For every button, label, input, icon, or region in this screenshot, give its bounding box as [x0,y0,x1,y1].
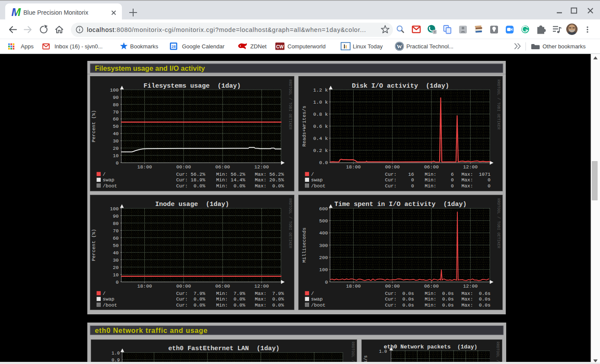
svg-text:30: 30 [113,258,119,263]
svg-text:12:00: 12:00 [463,165,478,170]
svg-text:Cur: 0: Cur: 0 [385,184,414,189]
svg-text:Max: 0.0s: Max: 0.0s [462,303,491,308]
svg-text:/boot: /boot [311,184,326,189]
svg-text:Apps: Apps [21,43,34,50]
svg-text:30: 30 [113,139,119,144]
svg-text:swap: swap [103,297,115,302]
svg-text:90: 90 [113,95,119,100]
svg-text:1.2 k: 1.2 k [313,88,328,93]
svg-text:Practical Technol...: Practical Technol... [406,43,453,50]
svg-text:/: / [311,172,314,177]
svg-text:swap: swap [103,177,115,183]
svg-text:Max: 20.5%: Max: 20.5% [255,177,284,183]
svg-text:eth0 FastEthernet LAN (1day): eth0 FastEthernet LAN (1day) [168,345,280,352]
svg-text:0.2 k: 0.2 k [313,148,328,153]
svg-text:Max: 0.6s: Max: 0.6s [462,291,491,296]
svg-text:ZDNet: ZDNet [250,43,267,50]
svg-text:50: 50 [113,243,119,248]
svg-text:/: / [103,172,106,177]
svg-text:?: ? [434,30,436,34]
svg-text:06:00: 06:00 [424,165,439,170]
svg-text:70: 70 [113,110,119,115]
svg-text:/: / [103,291,106,296]
svg-text:Cur: 0.0s: Cur: 0.0s [385,297,414,302]
svg-text:90: 90 [113,214,119,219]
svg-text:t: t [345,44,347,50]
svg-text:Max: 56.2%: Max: 56.2% [255,172,284,177]
svg-text:eth0 Network traffic and usage: eth0 Network traffic and usage [95,326,208,334]
svg-text:RRDTOOL / TOBI OETIKER: RRDTOOL / TOBI OETIKER [496,79,501,130]
svg-text:50: 50 [113,124,119,129]
svg-text:12:00: 12:00 [463,284,478,289]
svg-text:Min: 0.0s: Min: 0.0s [425,291,454,296]
svg-text:Inode usage (1day): Inode usage (1day) [155,201,229,208]
svg-text:06:00: 06:00 [215,284,230,289]
svg-text:Bookmarks: Bookmarks [130,43,159,50]
svg-text:40: 40 [113,250,119,256]
svg-text:60: 60 [113,236,119,241]
svg-text:12:00: 12:00 [254,284,269,289]
svg-text:Min: 6: Min: 6 [425,172,454,177]
svg-text:400: 400 [319,231,328,236]
svg-text:Min: 0.0s: Min: 0.0s [425,303,454,308]
svg-text:00:00: 00:00 [176,165,191,170]
svg-text:Percent (%): Percent (%) [91,229,96,261]
svg-text:Cur: 0.0%: Cur: 0.0% [176,184,205,189]
svg-text:/boot: /boot [311,303,326,308]
svg-text:Min: 0: Min: 0 [425,184,454,189]
svg-text:Max: 1071: Max: 1071 [462,172,491,177]
svg-text:eth0 Network packets (1day): eth0 Network packets (1day) [384,344,478,350]
svg-text:/: / [311,291,314,296]
svg-text:RRDTOOL / TOBI OETIKER: RRDTOOL / TOBI OETIKER [496,198,501,249]
svg-text:Min: 0.0s: Min: 0.0s [425,297,454,302]
svg-text:Max: 0: Max: 0 [462,184,491,189]
svg-text:1.0 k: 1.0 k [313,100,328,105]
svg-text:RRDTOOL / TOBI OETIKER: RRDTOOL / TOBI OETIKER [288,198,292,249]
svg-text:Min: 0: Min: 0 [425,177,454,183]
svg-text:RRDTOOL / TOBI OETIKER: RRDTOOL / TOBI OETIKER [495,342,500,364]
svg-text:Min: 7.9%: Min: 7.9% [216,291,245,296]
svg-text:Disk I/O activity (1day): Disk I/O activity (1day) [352,82,449,90]
svg-text:Reads+Writes/s: Reads+Writes/s [302,106,307,147]
svg-text:12:00: 12:00 [254,165,269,170]
svg-text:RRDTOOL / TOBI OETIKER: RRDTOOL / TOBI OETIKER [351,342,355,364]
svg-text:/boot: /boot [103,303,118,308]
svg-text:28: 28 [172,44,176,49]
svg-text:00:00: 00:00 [176,284,191,289]
svg-text:Cur: 7.9%: Cur: 7.9% [176,291,205,296]
svg-text:40: 40 [113,131,119,136]
svg-text:70: 70 [113,228,119,234]
svg-text:W: W [397,44,402,50]
svg-text:0.4 k: 0.4 k [313,136,328,141]
svg-text:300: 300 [319,243,328,248]
svg-text:20: 20 [113,146,119,151]
svg-text:Max: 0.0s: Max: 0.0s [462,297,491,302]
svg-text:0.8 k: 0.8 k [313,112,328,117]
svg-text:Max: 7.9%: Max: 7.9% [255,291,284,296]
svg-text:Max: 0.0%: Max: 0.0% [255,184,284,189]
svg-text:100: 100 [110,88,119,93]
svg-text:swap: swap [311,177,323,183]
svg-text:500: 500 [319,218,328,224]
svg-text:18:00: 18:00 [137,165,152,170]
svg-text:Min: 14.4%: Min: 14.4% [216,177,245,183]
svg-text:Linux Today: Linux Today [353,43,383,50]
svg-text:Max: 0: Max: 0 [462,177,491,183]
svg-text:Max: 0.0%: Max: 0.0% [255,297,284,302]
svg-text:20: 20 [113,265,119,270]
svg-text:100: 100 [110,206,119,212]
svg-text:0.6 k: 0.6 k [313,124,328,129]
svg-text:0: 0 [116,280,119,285]
svg-text:1.0: 1.0 [112,351,120,356]
svg-text:200: 200 [319,255,328,260]
svg-text:Cur: 0.0s: Cur: 0.0s [385,303,414,308]
svg-text:Milliseconds: Milliseconds [302,228,307,263]
svg-text:localhost:8080/monitorix-cgi/m: localhost:8080/monitorix-cgi/monitorix.c… [87,26,366,33]
svg-text:0: 0 [116,161,119,166]
svg-text:0.0: 0.0 [319,160,328,165]
svg-text:Cur: 16: Cur: 16 [385,172,414,177]
svg-text:Max: 0.0%: Max: 0.0% [255,303,284,308]
svg-text:18:00: 18:00 [346,165,361,170]
svg-text:Cur: 56.2%: Cur: 56.2% [176,172,205,177]
svg-text:Google Calendar: Google Calendar [182,43,225,50]
